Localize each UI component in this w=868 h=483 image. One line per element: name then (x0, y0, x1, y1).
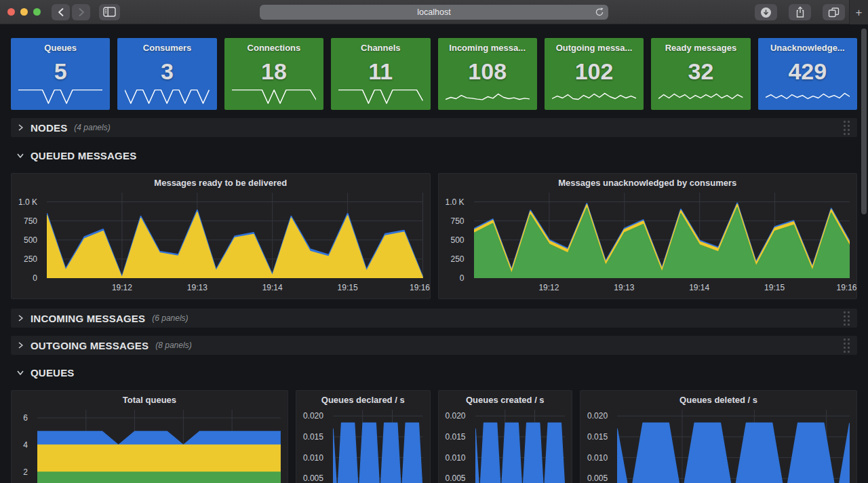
y-axis-label: 0.020 (303, 411, 323, 421)
x-axis-label: 19:13 (187, 283, 208, 292)
forward-button[interactable] (72, 4, 90, 20)
x-axis-label: 19:14 (262, 283, 283, 292)
chart-plot (474, 193, 850, 278)
sparkline (232, 88, 316, 105)
stat-panel-outgoing-messages[interactable]: Outgoing messa... 102 (545, 38, 644, 110)
download-icon (760, 7, 772, 18)
sidebar-icon (103, 7, 116, 17)
stat-panel-connections[interactable]: Connections 18 (224, 38, 323, 110)
stat-panel-unacknowledged[interactable]: Unacknowledge... 429 (758, 38, 857, 110)
stat-panel-ready-messages[interactable]: Ready messages 32 (651, 38, 750, 110)
panel-title: Queues deleted / s (580, 391, 856, 408)
chart-plot (475, 410, 566, 483)
stat-title: Unacknowledge... (758, 43, 857, 53)
downloads-button[interactable] (755, 4, 777, 20)
chevron-right-icon[interactable] (16, 314, 24, 322)
row-title: OUTGOING MESSAGES (31, 340, 149, 351)
chevron-right-icon[interactable] (16, 123, 24, 132)
y-axis: 0.0050.0100.0150.020 (444, 410, 470, 483)
sparkline (446, 88, 530, 105)
stat-panel-incoming-messages[interactable]: Incoming messa... 108 (438, 38, 537, 110)
browser-toolbar: localhost + (0, 0, 868, 24)
zoom-window-button[interactable] (33, 8, 41, 16)
panel-queues-declared[interactable]: Queues declared / s 0.0050.0100.0150.020 (296, 390, 431, 483)
chevron-left-icon (57, 7, 65, 17)
stat-title: Connections (224, 43, 323, 53)
panel-queues-created[interactable]: Queues created / s 0.0050.0100.0150.020 (438, 390, 573, 483)
y-axis-label: 0.015 (445, 432, 465, 442)
row-nodes[interactable]: NODES (4 panels) (11, 118, 857, 137)
row-drag-handle[interactable] (844, 121, 850, 135)
stat-value: 429 (758, 53, 857, 88)
x-axis-label: 19:12 (538, 283, 559, 292)
minimize-window-button[interactable] (20, 8, 28, 16)
panel-messages-ready[interactable]: Messages ready to be delivered 025050075… (11, 173, 431, 299)
row-drag-handle[interactable] (844, 339, 850, 353)
y-axis-label: 0.005 (587, 474, 608, 483)
panel-total-queues[interactable]: Total queues 246 (11, 390, 288, 483)
back-button[interactable] (52, 4, 70, 20)
x-axis-label: 19:15 (338, 283, 358, 292)
y-axis-label: 0.010 (445, 453, 465, 463)
y-axis-label: 0.020 (445, 411, 465, 421)
row-title: NODES (31, 122, 67, 134)
y-axis-label: 0.015 (303, 432, 323, 442)
panel-title: Queues created / s (439, 391, 572, 408)
row-panel-count: (8 panels) (155, 341, 191, 350)
stat-title: Ready messages (651, 43, 750, 53)
new-tab-button[interactable]: + (849, 0, 868, 24)
stat-title: Channels (331, 43, 430, 53)
stat-panels-row: Queues 5 Consumers 3 Connections 18 Chan… (11, 38, 857, 110)
close-window-button[interactable] (7, 8, 15, 16)
address-bar[interactable]: localhost (260, 5, 608, 20)
y-axis-label: 2 (23, 467, 28, 477)
chevron-right-icon (77, 7, 85, 17)
chart-plot (47, 193, 423, 278)
url-text: localhost (417, 7, 450, 17)
y-axis-label: 1.0 K (445, 197, 464, 207)
stat-value: 3 (117, 53, 216, 88)
row-drag-handle[interactable] (844, 311, 850, 326)
y-axis: 246 (17, 410, 32, 483)
scrollbar[interactable] (861, 28, 867, 214)
window-controls (7, 8, 41, 16)
stat-value: 102 (545, 53, 644, 88)
chevron-down-icon[interactable] (16, 368, 24, 376)
panel-title: Queues declared / s (296, 391, 430, 408)
row-incoming-messages[interactable]: INCOMING MESSAGES (6 panels) (11, 309, 857, 328)
x-axis-label: 19:14 (689, 283, 709, 292)
panel-queues-deleted[interactable]: Queues deleted / s 0.0050.0100.0150.020 (580, 390, 857, 483)
y-axis-label: 0.005 (303, 474, 323, 483)
y-axis-label: 0 (33, 273, 37, 283)
y-axis: 0.0050.0100.0150.020 (586, 410, 612, 483)
stat-panel-queues[interactable]: Queues 5 (11, 38, 110, 110)
panel-title: Total queues (12, 391, 288, 408)
row-title: QUEUED MESSAGES (31, 150, 136, 161)
y-axis-label: 0.020 (587, 411, 608, 421)
x-axis-label: 19:15 (764, 283, 785, 292)
chevron-down-icon[interactable] (16, 151, 24, 159)
x-axis-label: 19:16 (410, 283, 430, 292)
stat-value: 108 (438, 53, 537, 88)
y-axis-label: 0.010 (587, 453, 608, 463)
sparkline (338, 88, 422, 105)
row-panel-count: (6 panels) (152, 313, 188, 323)
stat-panel-consumers[interactable]: Consumers 3 (117, 38, 216, 110)
chevron-right-icon[interactable] (16, 341, 24, 349)
stat-title: Incoming messa... (438, 43, 537, 53)
stat-panel-channels[interactable]: Channels 11 (331, 38, 430, 110)
sidebar-toggle-button[interactable] (99, 4, 120, 20)
row-outgoing-messages[interactable]: OUTGOING MESSAGES (8 panels) (11, 336, 857, 355)
y-axis: 02505007501.0 K (444, 193, 469, 278)
row-queues[interactable]: QUEUES (11, 363, 857, 382)
row-queued-messages[interactable]: QUEUED MESSAGES (11, 146, 857, 165)
share-button[interactable] (789, 4, 811, 20)
queues-panels: Total queues 246 Queues declared / s 0.0… (11, 390, 857, 483)
stat-value: 32 (651, 53, 750, 88)
x-axis-label: 19:13 (614, 283, 634, 292)
panel-messages-unacknowledged[interactable]: Messages unacknowledged by consumers 025… (438, 173, 858, 299)
reload-icon[interactable] (595, 7, 604, 17)
tab-overview-button[interactable] (823, 4, 845, 20)
stat-value: 5 (11, 53, 110, 88)
y-axis: 0.0050.0100.0150.020 (302, 410, 328, 483)
